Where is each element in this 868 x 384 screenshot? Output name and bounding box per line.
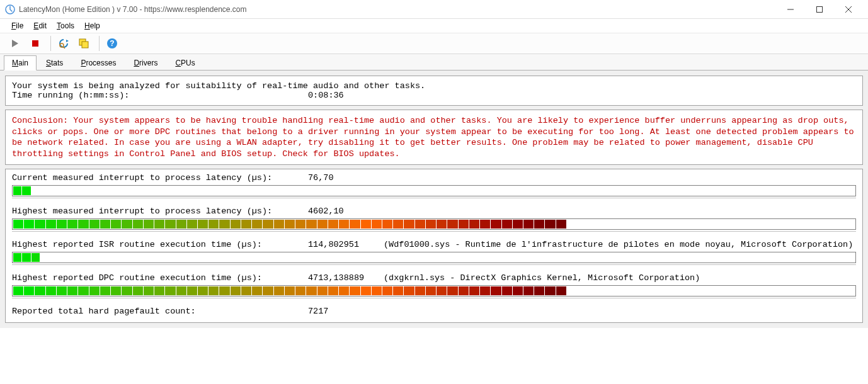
metric-dpc-time: Highest reported DPC routine execution t… xyxy=(12,273,856,300)
maximize-button[interactable] xyxy=(805,0,834,19)
metric-isr-time: Highest reported ISR routine execution t… xyxy=(12,240,856,267)
metric-value: 7217 xyxy=(308,307,384,316)
window-title: LatencyMon (Home Edition ) v 7.00 - http… xyxy=(19,5,776,14)
svg-rect-2 xyxy=(817,6,823,12)
stop-button[interactable] xyxy=(26,35,44,52)
copy-button[interactable] xyxy=(75,35,93,52)
analysis-line1: Your system is being analyzed for suitab… xyxy=(12,81,856,91)
metric-label: Highest reported DPC routine execution t… xyxy=(12,273,308,283)
refresh-button[interactable] xyxy=(55,35,72,52)
menu-file[interactable]: File xyxy=(6,20,28,31)
tab-cpus[interactable]: CPUs xyxy=(167,55,203,70)
svg-marker-5 xyxy=(12,40,18,47)
metric-value: 114,802951 xyxy=(308,240,384,249)
svg-marker-7 xyxy=(66,40,69,42)
metric-label: Current measured interrupt to process la… xyxy=(12,173,308,183)
menu-help[interactable]: Help xyxy=(79,20,105,31)
metrics-panel: Current measured interrupt to process la… xyxy=(5,169,863,323)
metric-label: Highest measured interrupt to process la… xyxy=(12,206,308,216)
metric-extra: (dxgkrnl.sys - DirectX Graphics Kernel, … xyxy=(384,273,856,283)
tab-stats[interactable]: Stats xyxy=(38,55,71,70)
play-button[interactable] xyxy=(6,35,24,52)
metric-extra: (Wdf01000.sys - Runtime de l'infrastruct… xyxy=(384,240,856,249)
menubar: File Edit Tools Help xyxy=(0,19,868,33)
menu-tools[interactable]: Tools xyxy=(52,20,79,31)
help-button[interactable]: ? xyxy=(103,35,121,52)
minimize-button[interactable] xyxy=(776,0,805,19)
metric-bar xyxy=(12,252,856,263)
metric-value: 4713,138889 xyxy=(308,273,384,283)
toolbar-separator xyxy=(99,36,100,51)
metric-pagefaults: Reported total hard pagefault count: 721… xyxy=(12,307,856,316)
metric-current-latency: Current measured interrupt to process la… xyxy=(12,173,856,200)
analysis-panel: Your system is being analyzed for suitab… xyxy=(5,76,863,106)
metric-extra xyxy=(384,206,856,216)
metric-label: Highest reported ISR routine execution t… xyxy=(12,240,308,249)
close-button[interactable] xyxy=(834,0,863,19)
metric-extra xyxy=(384,173,856,183)
menu-edit[interactable]: Edit xyxy=(28,20,52,31)
svg-rect-11 xyxy=(82,42,88,48)
conclusion-panel: Conclusion: Your system appears to be ha… xyxy=(5,110,863,165)
metric-bar xyxy=(12,218,856,230)
metric-bar xyxy=(12,285,856,296)
toolbar-separator xyxy=(50,36,51,51)
toolbar: ? xyxy=(0,33,868,54)
tab-processes[interactable]: Processes xyxy=(72,55,124,70)
app-icon xyxy=(5,4,15,14)
metric-highest-latency: Highest measured interrupt to process la… xyxy=(12,206,856,234)
window-controls xyxy=(776,0,863,19)
metric-value: 4602,10 xyxy=(308,206,384,216)
analysis-line2: Time running (h:mm:ss):0:08:36 xyxy=(12,91,856,100)
metric-bar xyxy=(12,185,856,196)
metric-label: Reported total hard pagefault count: xyxy=(12,307,308,316)
tabbar: Main Stats Processes Drivers CPUs xyxy=(0,54,868,71)
tab-drivers[interactable]: Drivers xyxy=(125,55,166,70)
metric-value: 76,70 xyxy=(308,173,384,183)
main-content: Your system is being analyzed for suitab… xyxy=(0,71,868,328)
svg-rect-6 xyxy=(32,40,38,47)
tab-main[interactable]: Main xyxy=(4,55,37,71)
svg-text:?: ? xyxy=(110,39,114,48)
titlebar: LatencyMon (Home Edition ) v 7.00 - http… xyxy=(0,0,868,19)
